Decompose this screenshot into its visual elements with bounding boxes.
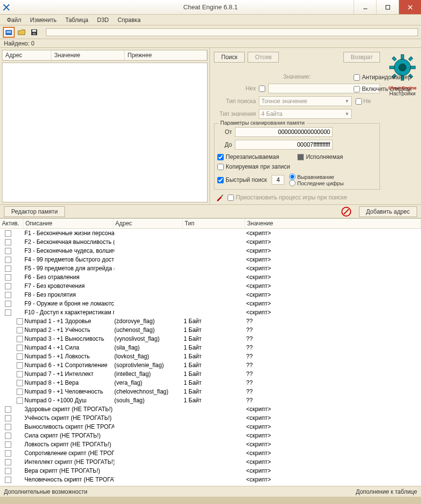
table-row[interactable]: Человечность скрипт (НЕ ТРОГАТЬ!)<скрипт… (0, 475, 421, 484)
antirand-checkbox[interactable] (354, 74, 360, 81)
value-type-select[interactable]: 4 Байта▼ (259, 109, 352, 119)
table-row[interactable]: Вера скрипт (НЕ ТРОГАТЬ!)<скрипт> (0, 466, 421, 475)
maximize-button[interactable] (376, 0, 399, 14)
active-checkbox[interactable] (17, 353, 23, 360)
minimize-button[interactable] (354, 0, 376, 14)
menu-table[interactable]: Таблица (62, 16, 92, 24)
cow-checkbox[interactable] (217, 164, 224, 170)
table-row[interactable]: F8 - Без проклятия<скрипт> (0, 290, 421, 299)
active-checkbox[interactable] (17, 345, 23, 351)
select-process-icon[interactable] (3, 27, 15, 38)
status-right[interactable]: Дополнение к таблице (356, 488, 417, 495)
th-addr[interactable]: Адрес (113, 219, 183, 228)
active-checkbox[interactable] (5, 283, 11, 289)
speedhack-checkbox[interactable] (354, 86, 360, 92)
pause-checkbox[interactable] (228, 195, 234, 201)
table-row[interactable]: Интеллект скрипт (НЕ ТРОГАТЬ!)<скрипт> (0, 458, 421, 466)
alignment-radio[interactable] (289, 174, 295, 180)
table-row[interactable]: Ловкость скрипт (НЕ ТРОГАТЬ!)<скрипт> (0, 440, 421, 449)
active-checkbox[interactable] (5, 415, 11, 421)
next-scan-button[interactable]: Отсев (248, 52, 279, 63)
close-button[interactable] (399, 0, 421, 14)
menu-d3d[interactable]: D3D (93, 16, 113, 24)
prohibit-icon[interactable] (341, 207, 351, 217)
table-row[interactable]: Numpad 0 - +1000 Душ(souls_flag)1 Байт?? (0, 396, 421, 405)
active-checkbox[interactable] (5, 248, 11, 254)
table-row[interactable]: F6 - Без отравления<скрипт> (0, 273, 421, 282)
col-previous[interactable]: Прежнее (125, 50, 207, 60)
active-checkbox[interactable] (5, 292, 11, 298)
status-left[interactable]: Дополнительные возможности (4, 488, 87, 495)
range-from-input[interactable] (235, 127, 333, 137)
fastscan-checkbox[interactable] (217, 177, 224, 183)
hex-checkbox[interactable] (259, 86, 265, 92)
active-checkbox[interactable] (5, 441, 11, 448)
not-checkbox[interactable] (356, 98, 362, 105)
active-checkbox[interactable] (5, 257, 11, 263)
open-file-icon[interactable] (16, 27, 27, 38)
active-checkbox[interactable] (17, 362, 23, 369)
th-active[interactable]: Актив. (0, 219, 23, 228)
menu-file[interactable]: Файл (3, 16, 25, 24)
active-checkbox[interactable] (17, 397, 23, 404)
active-checkbox[interactable] (5, 406, 11, 413)
th-type[interactable]: Тип (183, 219, 245, 228)
menu-edit[interactable]: Изменить (26, 16, 61, 24)
table-row[interactable]: Учёность скрипт (НЕ ТРОГАТЬ!)<скрипт> (0, 414, 421, 422)
table-row[interactable]: F2 - Бесконечная выносливость (при беге … (0, 238, 421, 246)
table-row[interactable]: Numpad 6 - +1 Сопротивление(soprotivleni… (0, 361, 421, 370)
table-row[interactable]: Выносливость скрипт (НЕ ТРОГАТЬ!)<скрипт… (0, 422, 421, 431)
scan-type-select[interactable]: Точное значение▼ (259, 96, 352, 106)
writable-checkbox[interactable] (217, 154, 224, 160)
menu-help[interactable]: Справка (114, 16, 145, 24)
undo-scan-button[interactable]: Возврат (343, 52, 380, 63)
active-checkbox[interactable] (5, 468, 11, 474)
active-checkbox[interactable] (5, 433, 11, 439)
active-checkbox[interactable] (17, 371, 23, 377)
table-row[interactable]: Numpad 7 - +1 Интеллект(intellect_flag)1… (0, 370, 421, 378)
active-checkbox[interactable] (5, 309, 11, 316)
table-row[interactable]: Numpad 1 - +1 Здоровье(zdorovye_flag)1 Б… (0, 317, 421, 326)
results-list[interactable] (2, 63, 208, 202)
active-checkbox[interactable] (17, 336, 23, 342)
table-row[interactable]: Numpad 9 - +1 Человечность(chelovechnost… (0, 387, 421, 396)
memory-editor-button[interactable]: Редактор памяти (4, 206, 65, 217)
table-row[interactable]: Здоровье скрипт (НЕ ТРОГАТЬ!)<скрипт> (0, 405, 421, 414)
active-checkbox[interactable] (5, 450, 11, 457)
table-row[interactable]: F1 - Бесконечные жизни персонажа<скрипт> (0, 229, 421, 238)
table-row[interactable]: Numpad 4 - +1 Сила(sila_flag)1 Байт?? (0, 343, 421, 352)
th-value[interactable]: Значение (245, 219, 421, 228)
range-to-input[interactable] (235, 140, 333, 150)
active-checkbox[interactable] (5, 424, 11, 430)
active-checkbox[interactable] (17, 327, 23, 333)
active-checkbox[interactable] (17, 389, 23, 395)
table-row[interactable]: Numpad 5 - +1 Ловкость(lovkost_flag)1 Ба… (0, 352, 421, 361)
add-address-button[interactable]: Добавить адрес (359, 206, 417, 217)
table-row[interactable]: F5 - 99 предметов для апгрейда (куски ти… (0, 264, 421, 273)
col-value[interactable]: Значение (51, 50, 125, 60)
lastdigits-radio[interactable] (289, 180, 295, 186)
executable-checkbox[interactable] (297, 154, 304, 160)
table-row[interactable]: Сопротивление скрипт (НЕ ТРОГАТЬ!)<скрип… (0, 449, 421, 458)
table-row[interactable]: F7 - Без кровотечения<скрипт> (0, 282, 421, 290)
active-checkbox[interactable] (17, 318, 23, 325)
table-row[interactable]: Numpad 3 - +1 Выносливость(vynoslivost_f… (0, 334, 421, 343)
col-address[interactable]: Адрес (2, 50, 51, 60)
active-checkbox[interactable] (5, 459, 11, 465)
th-desc[interactable]: Описание (23, 219, 113, 228)
cheat-table[interactable]: Актив. Описание Адрес Тип Значение F1 - … (0, 218, 421, 486)
table-row[interactable]: F10 - Доступ к характеристикам персонажа… (0, 308, 421, 317)
table-row[interactable]: Сила скрипт (НЕ ТРОГАТЬ!)<скрипт> (0, 431, 421, 440)
active-checkbox[interactable] (5, 301, 11, 307)
active-checkbox[interactable] (5, 274, 11, 281)
table-row[interactable]: Numpad 2 - +1 Учёность(uchenost_flag)1 Б… (0, 326, 421, 334)
active-checkbox[interactable] (5, 239, 11, 245)
save-file-icon[interactable] (28, 27, 40, 38)
active-checkbox[interactable] (17, 380, 23, 386)
first-scan-button[interactable]: Поиск (214, 52, 245, 63)
table-row[interactable]: F9 - Оружие и броня не ломаются<скрипт> (0, 299, 421, 308)
active-checkbox[interactable] (5, 265, 11, 272)
fastscan-value[interactable] (272, 175, 284, 185)
table-row[interactable]: Numpad 8 - +1 Вера(vera_flag)1 Байт?? (0, 378, 421, 387)
table-row[interactable]: F4 - 99 предметов быстрого доступа (эсту… (0, 255, 421, 264)
